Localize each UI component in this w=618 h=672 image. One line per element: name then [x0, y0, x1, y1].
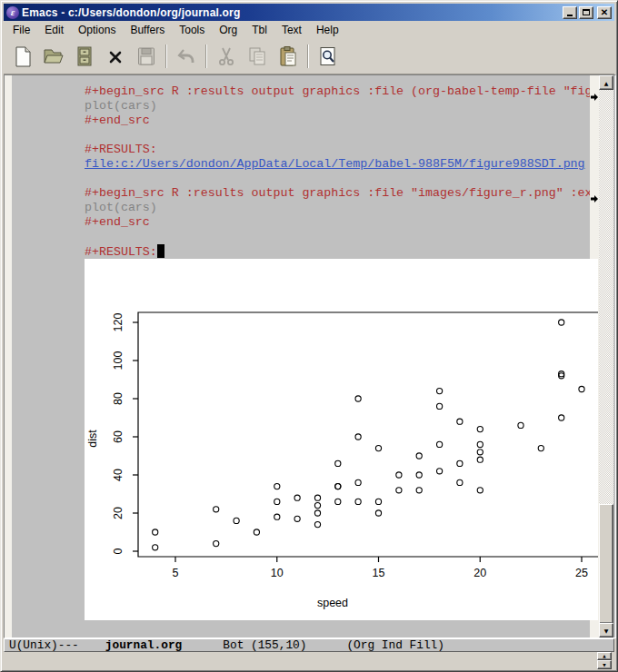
buffer-line-text: #+begin_src R :results output graphics :…	[85, 186, 590, 200]
new-file-icon	[12, 45, 34, 67]
dired-icon	[74, 45, 95, 67]
results-file-link-line: file:c:/Users/dondon/AppData/Local/Temp/…	[12, 157, 590, 172]
y-tick-label: 0	[112, 548, 125, 554]
new-file-button[interactable]	[9, 43, 36, 70]
close-button[interactable]: ✕	[597, 6, 612, 19]
emacs-window: ε Emacs - c:/Users/dondon/org/journal.or…	[0, 0, 618, 672]
open-file-button[interactable]	[40, 43, 67, 70]
buffer-line: #+RESULTS:	[12, 143, 590, 157]
modeline-coding: U(Unix)---	[9, 639, 79, 651]
buffer-line-text: plot(cars)	[85, 99, 157, 113]
buffer-line: plot(cars)	[12, 201, 590, 215]
paste-button[interactable]	[274, 43, 302, 70]
plot-background	[85, 259, 598, 620]
buffer-line: #+end_src	[12, 114, 590, 128]
menu-item-options[interactable]: Options	[71, 22, 123, 38]
buffer-line	[12, 128, 590, 143]
buffer-line-text: #+begin_src R :results output graphics :…	[85, 84, 590, 98]
buffer-line-text: #+RESULTS:	[85, 143, 157, 156]
buffer-line	[12, 230, 590, 244]
kill-buffer-button[interactable]	[102, 43, 129, 70]
inline-image-plot: 510152025020406080100120speeddist	[85, 259, 598, 620]
menu-item-org[interactable]: Org	[212, 22, 244, 38]
buffer-line-text: plot(cars)	[85, 201, 157, 214]
open-file-icon	[43, 45, 65, 67]
modeline-buffer-name: journal.org	[105, 639, 182, 651]
cut-button	[213, 43, 240, 70]
menu-item-help[interactable]: Help	[309, 22, 346, 38]
buffer-line: #+begin_src R :results output graphics :…	[12, 84, 590, 99]
scrollbar-thumb[interactable]	[599, 504, 613, 624]
title-bar[interactable]: ε Emacs - c:/Users/dondon/org/journal.or…	[4, 4, 614, 21]
toolbar-separator	[205, 44, 207, 68]
menu-item-tools[interactable]: Tools	[172, 22, 212, 38]
y-tick-label: 20	[112, 507, 125, 519]
cut-icon	[215, 45, 237, 67]
window-controls: ✕	[563, 6, 612, 19]
x-tick-label: 10	[271, 567, 284, 579]
dired-button[interactable]	[71, 43, 98, 70]
undo-icon	[175, 45, 197, 67]
left-fringe	[5, 75, 12, 637]
buffer-line-text: #+RESULTS:	[85, 245, 157, 259]
copy-icon	[246, 45, 268, 67]
close-icon: ✕	[601, 8, 608, 17]
undo-button	[173, 43, 200, 70]
kill-buffer-icon	[105, 45, 126, 67]
buffer-line	[12, 172, 590, 186]
minibuffer-scroll-down-arrow[interactable]: ▼	[597, 660, 612, 669]
editor-area: #+begin_src R :results output graphics :…	[4, 74, 616, 638]
save-button	[133, 43, 160, 70]
minibuffer-scroll-up-arrow[interactable]: ▲	[597, 652, 612, 660]
buffer-line: #+RESULTS:	[12, 244, 590, 259]
toolbar-separator	[165, 44, 167, 68]
line-truncation-arrow-icon	[591, 190, 598, 197]
window-title: Emacs - c:/Users/dondon/org/journal.org	[22, 5, 563, 21]
x-tick-label: 20	[473, 567, 486, 579]
x-tick-label: 15	[373, 567, 385, 579]
search-icon	[317, 45, 339, 67]
buffer-line-text: #+end_src	[85, 114, 150, 127]
scrollbar-down-arrow[interactable]: ▼	[599, 623, 613, 637]
maximize-button[interactable]	[579, 6, 593, 19]
minimize-button[interactable]	[563, 6, 577, 19]
vertical-scrollbar[interactable]: ▲ ▼	[599, 75, 613, 637]
save-icon	[135, 45, 157, 67]
maximize-icon	[583, 9, 590, 15]
minibuffer-scrollbar: ▲ ▼	[597, 652, 612, 669]
minimize-icon	[567, 15, 573, 16]
menu-item-edit[interactable]: Edit	[37, 22, 71, 38]
buffer-line: #+begin_src R :results output graphics :…	[12, 186, 590, 201]
mode-line: U(Unix)--- journal.org Bot (155,10) (Org…	[4, 638, 614, 652]
menu-bar: FileEditOptionsBuffersToolsOrgTblTextHel…	[4, 21, 614, 38]
line-truncation-arrow-icon	[591, 88, 598, 95]
cars-scatter-plot: 510152025020406080100120speeddist	[85, 259, 598, 620]
y-tick-label: 40	[112, 469, 125, 481]
buffer-line-text: #+end_src	[85, 215, 150, 229]
y-tick-label: 60	[112, 430, 125, 443]
menu-item-buffers[interactable]: Buffers	[123, 22, 172, 38]
menu-item-file[interactable]: File	[5, 22, 37, 38]
modeline-minor-modes: (Org Ind Fill)	[346, 639, 444, 651]
buffer-line: #+end_src	[12, 215, 590, 230]
text-cursor	[157, 244, 164, 258]
emacs-app-icon: ε	[6, 6, 19, 19]
scrollbar-up-arrow[interactable]: ▲	[599, 75, 613, 90]
minibuffer[interactable]: ▲ ▼	[4, 652, 614, 669]
file-link[interactable]: file:c:/Users/dondon/AppData/Local/Temp/…	[85, 157, 585, 171]
y-tick-label: 100	[112, 351, 125, 371]
x-tick-label: 5	[173, 567, 179, 579]
paste-icon	[277, 45, 299, 67]
modeline-position: Bot (155,10)	[223, 639, 306, 651]
x-tick-label: 25	[575, 567, 588, 579]
x-axis-title: speed	[317, 597, 348, 609]
buffer-line: plot(cars)	[12, 99, 590, 114]
y-axis-title: dist	[86, 430, 99, 448]
search-button[interactable]	[314, 43, 342, 70]
y-tick-label: 80	[112, 392, 125, 405]
menu-item-text[interactable]: Text	[274, 22, 309, 38]
copy-button	[244, 43, 271, 70]
y-tick-label: 120	[112, 313, 125, 332]
toolbar	[4, 38, 614, 74]
menu-item-tbl[interactable]: Tbl	[244, 22, 274, 38]
